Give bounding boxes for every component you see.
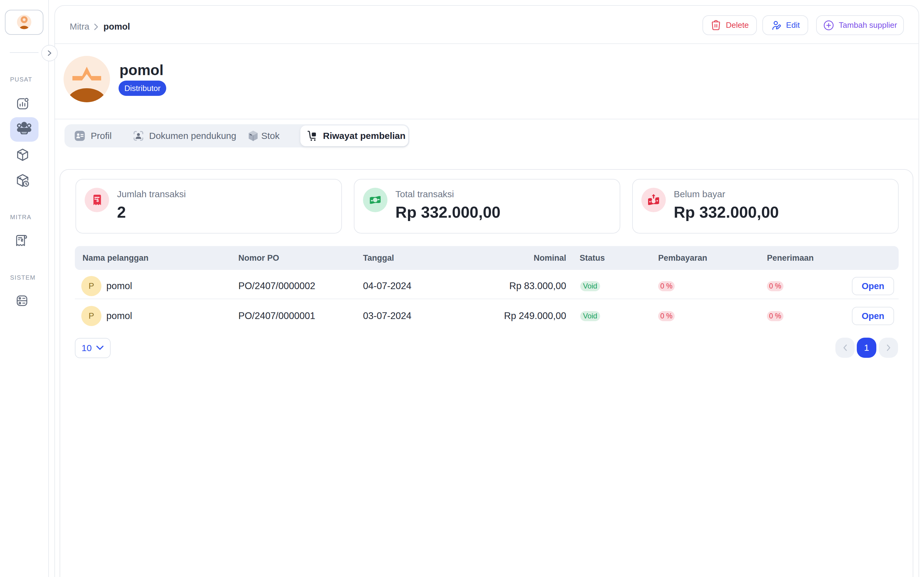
svg-text:$: $ <box>96 198 99 203</box>
